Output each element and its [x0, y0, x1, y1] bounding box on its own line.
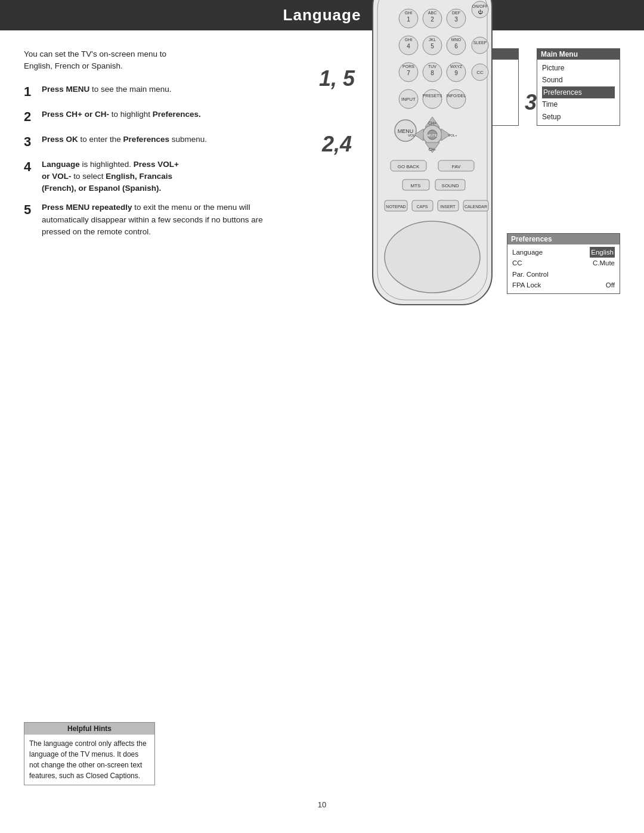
pref-box-body: Language English CC C.Mute Par. Control …	[507, 244, 620, 293]
svg-text:2: 2	[431, 16, 434, 23]
svg-text:7: 7	[407, 70, 410, 76]
step-3-text: Press OK to enter the Preferences submen…	[42, 134, 280, 145]
main-menu-title-2: Main Menu	[537, 49, 620, 60]
svg-point-72	[385, 221, 480, 293]
page-title: Language	[0, 0, 644, 30]
svg-text:5: 5	[431, 43, 434, 49]
step-label-15: 1, 5	[319, 66, 355, 91]
step-5-text: Press MENU repeatedly to exit the menu o…	[42, 202, 280, 238]
menu-item-prefs-2: Preferences	[542, 86, 615, 98]
svg-text:TUV: TUV	[428, 64, 436, 69]
svg-text:PORS: PORS	[402, 64, 414, 69]
hints-title: Helpful Hints	[24, 723, 154, 735]
step-label-24: 2,4	[322, 132, 352, 157]
step-3-num: 3	[24, 132, 42, 151]
menu-item-time-2: Time	[542, 98, 615, 110]
main-menu-body-2: Picture Sound Preferences Time Setup	[537, 60, 620, 125]
svg-text:6: 6	[454, 43, 458, 49]
step-label-3: 3	[525, 90, 537, 115]
svg-text:VOL+: VOL+	[448, 134, 457, 137]
svg-point-38	[423, 89, 442, 109]
steps-list: 1 Press MENU to see the main menu. 2 Pre…	[24, 83, 280, 239]
right-column: Main Menu Picture Sound Preferences Time…	[292, 48, 620, 317]
pref-language-label: Language	[512, 247, 543, 258]
step-4: 4 Language is highlighted. Press VOL+or …	[24, 159, 280, 195]
svg-text:SLEEP: SLEEP	[473, 41, 487, 45]
main-menu-box-2: Main Menu Picture Sound Preferences Time…	[537, 48, 620, 126]
svg-point-23	[472, 37, 488, 54]
svg-point-40	[447, 89, 466, 109]
menu-item-setup-2: Setup	[542, 111, 615, 123]
pref-fpa-row: FPA Lock Off	[512, 280, 615, 290]
step-5-num: 5	[24, 200, 42, 219]
svg-text:NOTEPAD: NOTEPAD	[386, 205, 405, 209]
svg-text:1: 1	[407, 16, 410, 23]
step-2-text: Press CH+ or CH- to highlight Preference…	[42, 109, 280, 120]
helpful-hints-box: Helpful Hints The language control only …	[24, 722, 155, 785]
svg-text:MUTE: MUTE	[428, 134, 438, 137]
step-3: 3 Press OK to enter the Preferences subm…	[24, 134, 280, 151]
svg-text:CH+: CH+	[428, 121, 436, 125]
pref-cc-row: CC C.Mute	[512, 258, 615, 268]
step-2: 2 Press CH+ or CH- to highlight Preferen…	[24, 109, 280, 126]
svg-text:GHI: GHI	[405, 11, 413, 15]
menu-item-picture-2: Picture	[542, 62, 615, 74]
pref-cc-label: CC	[512, 258, 522, 268]
svg-text:INSERT: INSERT	[440, 205, 456, 209]
preferences-box: Preferences Language English CC C.Mute P…	[507, 233, 620, 294]
svg-text:ABC: ABC	[428, 11, 436, 15]
svg-text:FAV: FAV	[452, 164, 461, 169]
step-1-num: 1	[24, 82, 42, 101]
svg-text:CH-: CH-	[429, 147, 436, 151]
pref-fpa-label: FPA Lock	[512, 280, 541, 290]
svg-text:3: 3	[454, 16, 458, 23]
remote-wrapper: 1 GHI 2 ABC 3 DEF ON/OFF ⏻ 4 GHI 5 JKL	[355, 0, 510, 317]
pref-cc-value: C.Mute	[593, 258, 615, 268]
svg-text:⏻: ⏻	[478, 10, 483, 15]
svg-text:4: 4	[407, 43, 410, 49]
pref-par-label: Par. Control	[512, 269, 549, 280]
svg-text:PRESETS: PRESETS	[423, 94, 442, 98]
step-1: 1 Press MENU to see the main menu.	[24, 83, 280, 101]
svg-text:MNO: MNO	[451, 38, 462, 42]
step-5: 5 Press MENU repeatedly to exit the menu…	[24, 202, 280, 238]
remote-svg: 1 GHI 2 ABC 3 DEF ON/OFF ⏻ 4 GHI 5 JKL	[355, 0, 510, 317]
svg-text:GO BACK: GO BACK	[398, 164, 420, 169]
step-4-text: Language is highlighted. Press VOL+or VO…	[42, 159, 280, 195]
step-4-num: 4	[24, 157, 42, 176]
svg-text:MTS: MTS	[411, 183, 421, 188]
svg-text:CALENDAR: CALENDAR	[465, 205, 487, 209]
svg-text:CC: CC	[476, 70, 484, 75]
pref-fpa-value: Off	[606, 280, 615, 290]
svg-text:GHI: GHI	[405, 38, 413, 42]
pref-language-value: English	[590, 247, 615, 258]
svg-text:SOUND: SOUND	[442, 183, 459, 188]
hints-body: The language control only affects the la…	[24, 735, 154, 785]
page-number: 10	[318, 800, 326, 809]
intro-text: You can set the TV's on-screen menu to E…	[24, 48, 280, 73]
svg-text:VOL-: VOL-	[408, 134, 416, 137]
svg-text:DEF: DEF	[452, 11, 460, 15]
svg-text:INFO/DEL: INFO/DEL	[447, 94, 466, 98]
left-column: You can set the TV's on-screen menu to E…	[24, 48, 280, 317]
svg-text:WXYZ: WXYZ	[450, 64, 463, 69]
pref-box-title: Preferences	[507, 234, 620, 244]
svg-text:CAPS: CAPS	[416, 205, 428, 209]
pref-par-row: Par. Control	[512, 269, 615, 280]
svg-text:JKL: JKL	[429, 38, 436, 42]
svg-text:ON/OFF: ON/OFF	[472, 4, 488, 8]
step-1-text: Press MENU to see the main menu.	[42, 83, 280, 95]
svg-text:8: 8	[431, 70, 434, 76]
svg-text:INPUT: INPUT	[401, 97, 416, 102]
menu-item-sound-2: Sound	[542, 74, 615, 86]
svg-text:9: 9	[454, 70, 458, 76]
step-2-num: 2	[24, 107, 42, 126]
pref-language-row: Language English	[512, 247, 615, 258]
